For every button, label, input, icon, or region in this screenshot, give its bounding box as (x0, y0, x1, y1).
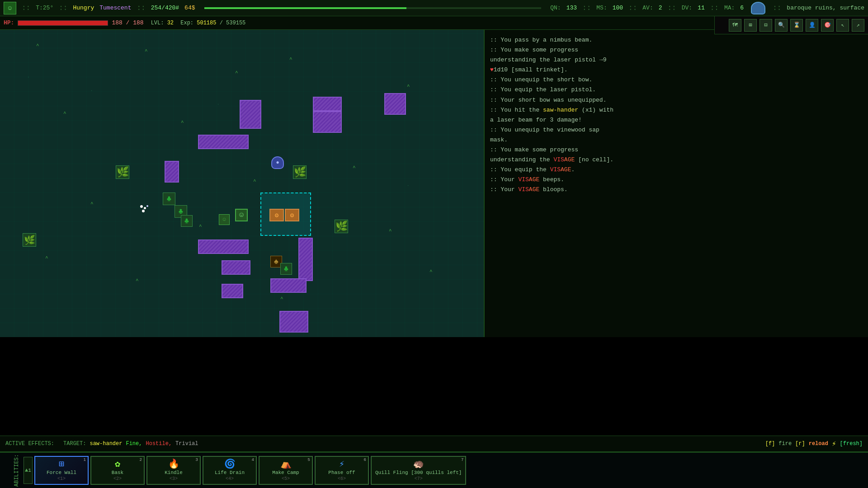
floor-dot: · (407, 183, 409, 188)
target-info: TARGET: saw-hander Fine, Hostile, Trivia… (63, 441, 198, 447)
log-line-3: understanding the laser pistol →9 (490, 55, 863, 65)
target-fine: Fine, (126, 441, 142, 447)
level-info: LVL: 32 Exp: 501185 / 539155 (151, 20, 246, 26)
grass: ^ (429, 269, 433, 274)
log-line-13: understanding the VISAGE [no cell]. (490, 155, 863, 165)
hp-container: HP: 188 / 188 (4, 19, 144, 26)
wall-structure (279, 311, 308, 333)
enemy-robot-sprite: ⚙ (285, 209, 299, 221)
ui-icon-bar: 🗺 ⊞ ⊟ 🔍 ⌛ 👤 🎯 ↖ ↗ (714, 16, 868, 34)
ms-label: MS: (596, 5, 607, 11)
quill-fling-label: Quill Fling [300 quills left] (375, 470, 462, 475)
ma-value: 6 (740, 5, 744, 11)
grass: ^ (235, 70, 238, 75)
grass: ^ (389, 229, 392, 234)
tree-sprite: 🌿 (23, 233, 36, 247)
log-line-15: :: Your VISAGE beeps. (490, 175, 863, 185)
arrow-left-icon-btn[interactable]: ↖ (836, 19, 849, 32)
ability-phase[interactable]: 6 ⚡ Phase off <6> (315, 456, 369, 485)
hp-label: HP: (4, 19, 14, 26)
av-value: 2 (659, 5, 662, 11)
wall-structure (298, 238, 313, 281)
log-line-16: :: Your VISAGE bloops. (490, 185, 863, 195)
make-camp-label: Make Camp (272, 470, 299, 475)
floor-dot: · (217, 102, 219, 107)
wall-structure (313, 97, 342, 111)
hourglass-icon-btn[interactable]: ⌛ (790, 19, 803, 32)
life-drain-icon: 🌀 (224, 460, 236, 469)
log-line-8: :: You hit the saw-hander (x1) with (490, 105, 863, 115)
hp-current-value: 188 / 188 (112, 19, 143, 26)
character-icon-btn[interactable]: 👤 (806, 19, 818, 32)
map-icon-btn[interactable]: 🗺 (729, 19, 741, 32)
wall-structure (222, 260, 250, 275)
ability-kindle[interactable]: 3 🔥 Kindle <3> (146, 456, 201, 485)
log-line-11: mask. (490, 135, 863, 145)
log-line-9: a laser beam for 3 damage! (490, 115, 863, 125)
grass: ^ (145, 49, 148, 54)
tree-sprite: 🌿 (116, 165, 129, 179)
tree-sprite: ♣ (181, 215, 193, 227)
dv-value: 11 (698, 5, 705, 11)
progress-fill (204, 7, 406, 9)
bask-icon: ✿ (115, 460, 120, 469)
top-status-bar: ☺ :: T:25° :: Hungry Tumescent :: 254/42… (0, 0, 868, 16)
npc-sprite: ☺ (219, 214, 230, 225)
reload-key: [r] (795, 441, 805, 447)
log-line-4: ♥1d10 [small trinket]. (490, 65, 863, 75)
status-hungry: Hungry (73, 5, 94, 11)
floor-dot: · (27, 75, 29, 80)
fresh-status: [fresh] (840, 441, 863, 447)
life-drain-label: Life Drain (215, 470, 245, 475)
wall-structure (384, 93, 406, 115)
ability-bask[interactable]: 2 ✿ Bask <2> (90, 456, 145, 485)
qn-label: QN: (550, 5, 561, 11)
phase-icon: ⚡ (339, 460, 344, 469)
ability-force-wall[interactable]: 1 ⊞ Force Wall <1> (34, 456, 89, 485)
grass: ^ (36, 43, 39, 48)
progress-bar (204, 7, 542, 9)
scroll-up-icon: ▲ (25, 467, 28, 474)
grass: ^ (407, 84, 410, 89)
bolt-icon: ⚡ (832, 439, 836, 448)
make-camp-icon: ⛺ (280, 460, 292, 469)
wall-structure (165, 161, 179, 183)
reload-action: reload (809, 441, 828, 447)
ability-make-camp[interactable]: 5 ⛺ Make Camp <5> (259, 456, 313, 485)
grid2-icon-btn[interactable]: ⊟ (760, 19, 772, 32)
location-name: baroque ruins, surface (787, 5, 864, 11)
grass: ^ (136, 278, 139, 283)
arrow-right-icon-btn[interactable]: ↗ (852, 19, 864, 32)
ability-life-drain[interactable]: 4 🌀 Life Drain <4> (203, 456, 257, 485)
message-log: :: You pass by a nimbus beam. :: You mak… (484, 30, 868, 337)
gold-stat: 64$ (184, 5, 195, 11)
log-line-12: :: You make some progress (490, 145, 863, 155)
target-name: saw-hander (90, 441, 122, 447)
tree-sprite: 🌿 (335, 220, 348, 233)
scroll-number: 1 (28, 468, 31, 473)
helmet-icon (751, 2, 765, 14)
kindle-label: Kindle (165, 470, 183, 475)
wall-structure (198, 239, 249, 254)
wall-structure (270, 278, 307, 293)
kindle-icon: 🔥 (168, 460, 179, 469)
wall-structure (313, 111, 342, 133)
fire-action: fire (778, 441, 792, 447)
player-sprite: ☺ (235, 209, 248, 221)
log-line-10: :: You unequip the vinewood sap (490, 125, 863, 135)
ability-quill-fling[interactable]: 7 🦔 Quill Fling [300 quills left] <7> (371, 456, 466, 485)
dv-label: DV: (682, 5, 692, 11)
quill-fling-icon: 🦔 (413, 460, 424, 469)
wall-structure (198, 135, 249, 149)
grass: ^ (181, 120, 184, 125)
log-line-14: :: You equip the VISAGE. (490, 165, 863, 175)
ability-scroll-up[interactable]: ▲ 1 (24, 457, 33, 484)
search-icon-btn[interactable]: 🔍 (775, 19, 788, 32)
temperature-stat: T:25° (36, 5, 53, 11)
target-icon-btn[interactable]: 🎯 (821, 19, 834, 32)
grid-icon-btn[interactable]: ⊞ (744, 19, 757, 32)
tree-sprite: ♣ (280, 263, 292, 275)
player-avatar: ☺ (4, 2, 16, 14)
target-trivial: Trivial (175, 441, 198, 447)
abilities-label: ABILITIES: (4, 452, 22, 488)
